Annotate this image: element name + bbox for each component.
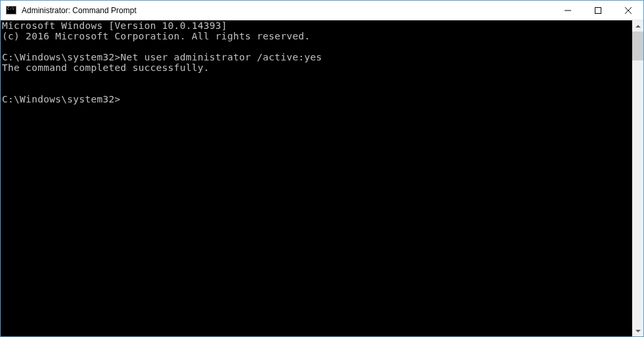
window-title: Administrator: Command Prompt: [20, 6, 553, 15]
chevron-down-icon: [635, 330, 641, 332]
svg-marker-4: [635, 25, 641, 28]
close-icon: [625, 7, 632, 14]
maximize-button[interactable]: [583, 1, 613, 20]
svg-rect-1: [595, 7, 601, 13]
scroll-up-button[interactable]: [632, 20, 643, 32]
close-button[interactable]: [613, 1, 643, 20]
window: Administrator: Command Prompt Microsoft …: [0, 0, 644, 337]
maximize-icon: [595, 7, 601, 14]
svg-marker-5: [635, 330, 641, 332]
terminal-output[interactable]: Microsoft Windows [Version 10.0.14393] (…: [1, 20, 632, 336]
client-area: Microsoft Windows [Version 10.0.14393] (…: [1, 20, 643, 336]
minimize-button[interactable]: [553, 1, 583, 20]
app-icon: [6, 5, 16, 16]
scroll-track[interactable]: [632, 32, 643, 325]
window-controls: [553, 1, 643, 20]
scroll-down-button[interactable]: [632, 325, 643, 336]
vertical-scrollbar[interactable]: [632, 20, 643, 336]
titlebar[interactable]: Administrator: Command Prompt: [1, 1, 643, 20]
cmd-icon: [6, 6, 16, 14]
scroll-thumb[interactable]: [632, 32, 643, 60]
chevron-up-icon: [635, 25, 641, 28]
minimize-icon: [565, 7, 571, 14]
